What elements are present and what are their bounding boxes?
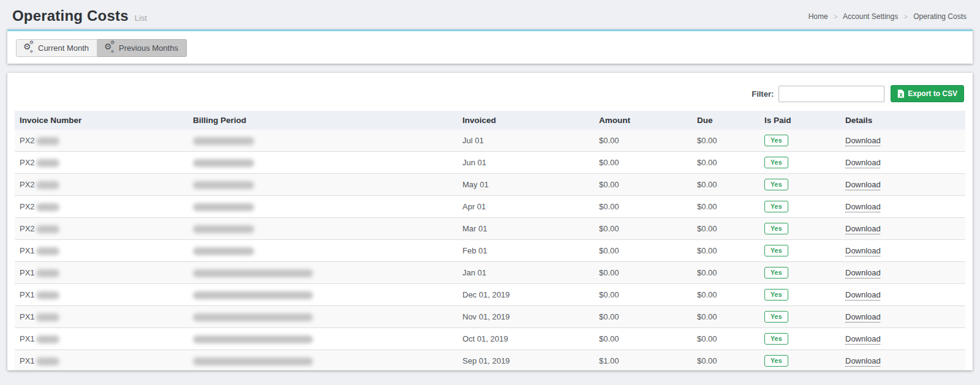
billing-period-redacted [193, 203, 254, 211]
download-link[interactable]: Download [845, 202, 881, 211]
previous-months-label: Previous Months [119, 43, 178, 53]
breadcrumb-home[interactable]: Home [809, 12, 828, 21]
billing-period-cell [188, 328, 458, 350]
download-link[interactable]: Download [845, 180, 881, 189]
month-toggle-panel: ⚙⚙⚙ Current Month ⚙⚙⚙ Previous Months [7, 29, 973, 64]
invoiced-cell: Jun 01 [458, 152, 594, 174]
due-cell: $0.00 [692, 262, 760, 284]
col-invoice-number: Invoice Number [15, 111, 188, 130]
download-link[interactable]: Download [845, 290, 881, 299]
is-paid-cell: Yes [760, 240, 840, 262]
download-link[interactable]: Download [845, 224, 881, 233]
table-row: PX2Jul 01$0.00$0.00YesDownload [15, 130, 965, 152]
due-cell: $0.00 [692, 174, 760, 196]
table-header-row: Invoice Number Billing Period Invoiced A… [15, 111, 965, 130]
table-row: PX2Mar 01$0.00$0.00YesDownload [15, 218, 965, 240]
billing-period-redacted [193, 181, 254, 189]
download-link[interactable]: Download [845, 312, 881, 321]
billing-period-redacted [193, 225, 254, 233]
invoiced-cell: Nov 01, 2019 [458, 306, 594, 328]
table-row: PX1Oct 01, 2019$0.00$0.00YesDownload [15, 328, 965, 350]
is-paid-cell: Yes [760, 306, 840, 328]
invoiced-cell: Oct 01, 2019 [458, 328, 594, 350]
details-cell: Download [840, 350, 965, 371]
download-link[interactable]: Download [845, 246, 881, 255]
invoice-number-redacted [36, 203, 59, 211]
paid-badge: Yes [764, 223, 788, 234]
invoice-number-redacted [36, 291, 59, 299]
billing-period-redacted [193, 291, 313, 299]
filter-label: Filter: [752, 89, 774, 99]
invoice-number-redacted [36, 313, 59, 321]
details-cell: Download [840, 152, 965, 174]
invoice-number-redacted [36, 181, 59, 189]
filter-row: Filter: Export to CSV [15, 81, 965, 105]
invoice-number-prefix: PX2 [20, 136, 35, 145]
page-subtitle: List [135, 13, 147, 23]
invoice-number-prefix: PX1 [20, 268, 35, 277]
download-link[interactable]: Download [845, 158, 881, 167]
col-billing-period: Billing Period [188, 111, 458, 130]
invoice-number-cell: PX2 [15, 130, 188, 152]
cogs-icon: ⚙⚙⚙ [23, 43, 34, 53]
page-title: Operating Costs [12, 7, 129, 24]
filter-input[interactable] [778, 86, 884, 102]
invoice-number-prefix: PX1 [20, 312, 35, 321]
due-cell: $0.00 [692, 152, 760, 174]
invoice-number-redacted [36, 357, 59, 365]
invoice-number-redacted [36, 137, 59, 145]
billing-period-redacted [193, 269, 313, 277]
breadcrumb-separator: > [904, 13, 908, 20]
paid-badge: Yes [764, 333, 788, 345]
download-link[interactable]: Download [845, 268, 881, 277]
billing-period-cell [188, 284, 458, 306]
download-link[interactable]: Download [845, 334, 881, 343]
previous-months-button[interactable]: ⚙⚙⚙ Previous Months [97, 39, 187, 57]
invoiced-cell: Dec 01, 2019 [458, 284, 594, 306]
amount-cell: $0.00 [594, 218, 692, 240]
invoice-number-cell: PX2 [15, 152, 188, 174]
billing-period-cell [188, 218, 458, 240]
is-paid-cell: Yes [760, 130, 840, 152]
invoice-number-prefix: PX2 [20, 180, 35, 189]
amount-cell: $0.00 [594, 284, 692, 306]
month-button-group: ⚙⚙⚙ Current Month ⚙⚙⚙ Previous Months [16, 39, 187, 57]
download-link[interactable]: Download [845, 136, 881, 145]
paid-badge: Yes [764, 355, 788, 367]
download-link[interactable]: Download [845, 356, 881, 365]
billing-period-cell [188, 240, 458, 262]
col-due: Due [692, 111, 760, 130]
invoice-number-prefix: PX2 [20, 224, 35, 233]
table-row: PX1Jan 01$0.00$0.00YesDownload [15, 262, 965, 284]
invoice-number-prefix: PX2 [20, 202, 35, 211]
amount-cell: $0.00 [594, 262, 692, 284]
paid-badge: Yes [764, 267, 788, 278]
due-cell: $0.00 [692, 240, 760, 262]
billing-period-cell [188, 152, 458, 174]
due-cell: $0.00 [692, 284, 760, 306]
paid-badge: Yes [764, 311, 788, 323]
breadcrumb-account-settings[interactable]: Account Settings [843, 12, 898, 21]
paid-badge: Yes [764, 289, 788, 301]
breadcrumb-separator: > [834, 13, 837, 20]
amount-cell: $1.00 [594, 350, 692, 371]
table-row: PX2Apr 01$0.00$0.00YesDownload [15, 196, 965, 218]
col-details: Details [840, 111, 965, 130]
invoice-number-cell: PX1 [15, 262, 188, 284]
export-to-csv-button[interactable]: Export to CSV [891, 85, 964, 102]
invoiced-cell: Mar 01 [458, 218, 594, 240]
details-cell: Download [840, 328, 965, 350]
billing-period-cell [188, 350, 458, 371]
table-row: PX1Sep 01, 2019$1.00$0.00YesDownload [15, 350, 965, 371]
invoice-number-cell: PX1 [15, 240, 188, 262]
amount-cell: $0.00 [594, 306, 692, 328]
billing-period-cell [188, 262, 458, 284]
breadcrumb-operating-costs[interactable]: Operating Costs [913, 12, 967, 21]
table-row: PX1Dec 01, 2019$0.00$0.00YesDownload [15, 284, 965, 306]
billing-period-redacted [193, 335, 313, 343]
amount-cell: $0.00 [594, 328, 692, 350]
current-month-button[interactable]: ⚙⚙⚙ Current Month [16, 39, 97, 57]
cogs-icon: ⚙⚙⚙ [104, 43, 115, 53]
is-paid-cell: Yes [760, 262, 840, 284]
invoice-number-cell: PX2 [15, 174, 188, 196]
